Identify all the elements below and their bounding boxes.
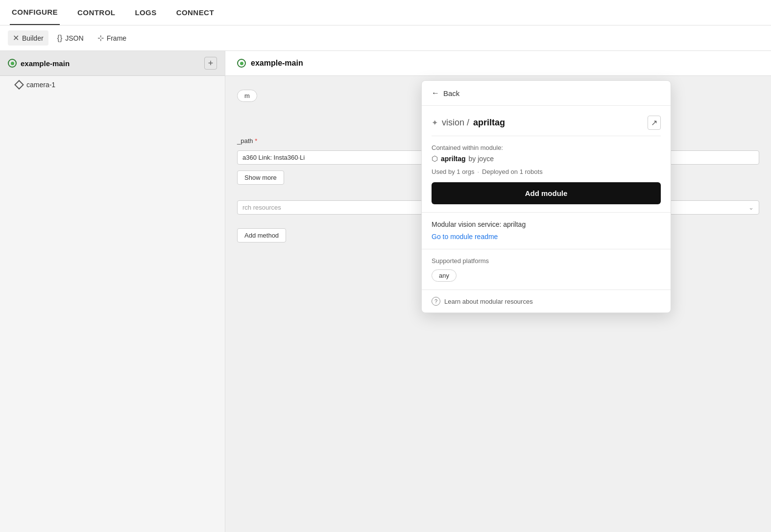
add-component-button[interactable]: + bbox=[204, 57, 217, 70]
show-more-button[interactable]: Show more bbox=[237, 170, 284, 185]
right-panel: example-main m _path * a360 Link: Insta3… bbox=[225, 51, 771, 532]
back-arrow-icon: ← bbox=[432, 89, 439, 97]
add-module-button[interactable]: Add module bbox=[432, 182, 661, 204]
json-icon: {} bbox=[57, 34, 63, 43]
frame-icon: ⊹ bbox=[97, 33, 104, 43]
contained-label: Contained within module: bbox=[432, 144, 661, 151]
nav-item-configure[interactable]: CONFIGURE bbox=[10, 0, 60, 25]
top-nav: CONFIGURE CONTROL LOGS CONNECT bbox=[0, 0, 771, 25]
external-link-icon[interactable]: ↗ bbox=[648, 116, 661, 130]
platform-badge-any: any bbox=[432, 269, 457, 282]
nav-item-control[interactable]: CONTROL bbox=[75, 0, 117, 25]
back-label: Back bbox=[443, 89, 459, 97]
nav-item-connect[interactable]: CONNECT bbox=[174, 0, 216, 25]
modal-service-section: Modular vision service: apriltag Go to m… bbox=[422, 212, 671, 249]
sidebar-robot-name: example-main bbox=[8, 59, 70, 68]
platforms-label: Supported platforms bbox=[432, 257, 661, 265]
sidebar-robot-label: example-main bbox=[21, 59, 70, 68]
usage-row: Used by 1 orgs · Deployed on 1 robots bbox=[432, 168, 661, 175]
vision-star-icon: ✦ bbox=[432, 118, 438, 127]
subtoolbar-json-label: JSON bbox=[65, 34, 83, 42]
footer-learn-text: Learn about modular resources bbox=[444, 298, 533, 305]
component-diamond-icon bbox=[14, 80, 24, 90]
sidebar-component-camera1[interactable]: camera-1 bbox=[0, 76, 225, 94]
readme-link[interactable]: Go to module readme bbox=[432, 233, 498, 241]
module-name-row: ⬡ apriltag by joyce bbox=[432, 154, 661, 163]
modal-platforms-section: Supported platforms any bbox=[422, 249, 671, 290]
usage-text: Used by 1 orgs bbox=[432, 168, 474, 175]
right-robot-status-icon bbox=[237, 59, 246, 68]
builder-icon: ✕ bbox=[13, 33, 19, 43]
sidebar: example-main + camera-1 bbox=[0, 51, 225, 532]
service-title: Modular vision service: apriltag bbox=[432, 220, 661, 228]
sub-toolbar: ✕ Builder {} JSON ⊹ Frame bbox=[0, 25, 771, 51]
search-resources-placeholder: rch resources bbox=[242, 204, 281, 211]
path-field-label: _path * bbox=[237, 137, 257, 145]
robot-status-icon bbox=[8, 59, 17, 68]
subtoolbar-builder[interactable]: ✕ Builder bbox=[8, 30, 48, 46]
subtoolbar-frame[interactable]: ⊹ Frame bbox=[93, 30, 131, 46]
right-robot-name: example-main bbox=[251, 59, 303, 68]
dropdown-chevron-icon: ⌄ bbox=[748, 204, 754, 211]
module-name: apriltag bbox=[441, 155, 466, 163]
right-robot-header: example-main bbox=[225, 51, 771, 76]
bubble-m: m bbox=[237, 90, 257, 102]
subtoolbar-frame-label: Frame bbox=[107, 34, 126, 42]
sidebar-robot-row: example-main + bbox=[0, 51, 225, 76]
add-method-button[interactable]: Add method bbox=[237, 228, 286, 242]
dot-separator: · bbox=[477, 168, 479, 175]
subtoolbar-builder-label: Builder bbox=[22, 34, 44, 42]
help-circle-icon: ? bbox=[432, 297, 440, 306]
modal-title-prefix: vision / bbox=[442, 118, 469, 128]
module-detail-modal: ← Back ✦ vision / apriltag ↗ Contained w… bbox=[421, 80, 671, 313]
modal-footer[interactable]: ? Learn about modular resources bbox=[422, 290, 671, 313]
nav-item-logs[interactable]: LOGS bbox=[133, 0, 158, 25]
subtoolbar-json[interactable]: {} JSON bbox=[52, 31, 89, 46]
modal-title-row: ✦ vision / apriltag ↗ bbox=[422, 106, 671, 136]
modal-title-bold: apriltag bbox=[473, 118, 505, 128]
module-cube-icon: ⬡ bbox=[432, 154, 438, 163]
modal-module-section: Contained within module: ⬡ apriltag by j… bbox=[422, 136, 671, 212]
modal-title-left: ✦ vision / apriltag bbox=[432, 118, 505, 128]
required-star: * bbox=[255, 137, 257, 145]
component-camera1-label: camera-1 bbox=[26, 81, 55, 89]
main-layout: example-main + camera-1 example-main m _… bbox=[0, 51, 771, 532]
modal-back-button[interactable]: ← Back bbox=[422, 81, 671, 106]
module-by: by joyce bbox=[469, 155, 494, 163]
deployed-text: Deployed on 1 robots bbox=[482, 168, 543, 175]
